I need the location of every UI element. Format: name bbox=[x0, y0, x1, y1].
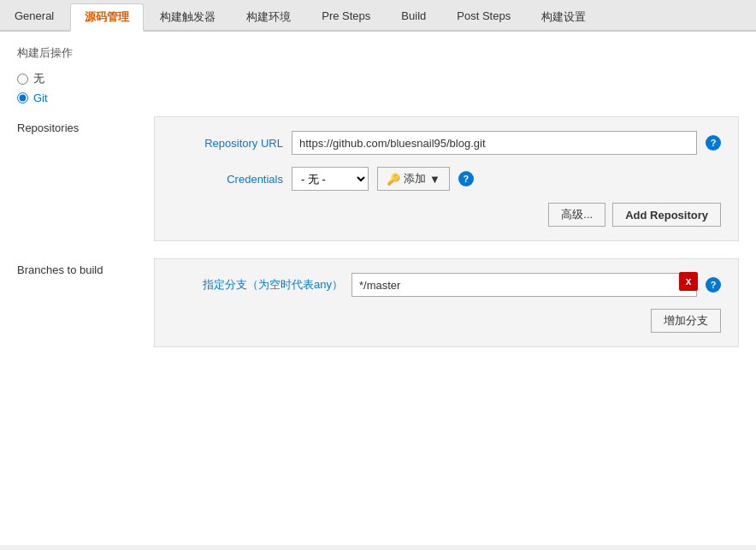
url-field-row: Repository URL ? bbox=[172, 131, 721, 155]
branch-help-icon[interactable]: ? bbox=[706, 277, 721, 293]
radio-git[interactable]: Git bbox=[17, 92, 739, 104]
radio-none[interactable]: 无 bbox=[17, 71, 739, 86]
radio-git-label: Git bbox=[33, 92, 48, 104]
tab-settings[interactable]: 构建设置 bbox=[527, 3, 600, 30]
credentials-select[interactable]: - 无 - bbox=[292, 167, 369, 191]
branches-label: Branches to build bbox=[17, 258, 154, 347]
radio-git-input[interactable] bbox=[17, 92, 28, 103]
dropdown-arrow-icon: ▼ bbox=[429, 173, 440, 186]
branch-field-row: 指定分支（为空时代表any） x ? bbox=[172, 273, 721, 297]
advanced-button[interactable]: 高级... bbox=[548, 203, 605, 227]
branches-section: Branches to build 指定分支（为空时代表any） x ? 增加分… bbox=[17, 258, 739, 347]
tab-env[interactable]: 构建环境 bbox=[232, 3, 305, 30]
repositories-buttons-row: 高级... Add Repository bbox=[172, 203, 721, 227]
source-radio-group: 无 Git bbox=[17, 71, 739, 104]
radio-none-input[interactable] bbox=[17, 74, 28, 85]
add-credentials-label: 添加 bbox=[404, 171, 426, 186]
add-credentials-button[interactable]: 🔑 添加 ▼ bbox=[377, 167, 450, 191]
url-label: Repository URL bbox=[172, 137, 283, 150]
tab-bar: General 源码管理 构建触发器 构建环境 Pre Steps Build … bbox=[0, 0, 756, 32]
branch-input[interactable] bbox=[351, 273, 697, 297]
branch-field-label: 指定分支（为空时代表any） bbox=[172, 277, 343, 293]
tab-presteps[interactable]: Pre Steps bbox=[307, 3, 385, 30]
key-icon: 🔑 bbox=[387, 173, 400, 186]
repositories-section: Repositories Repository URL ? Credential… bbox=[17, 116, 739, 241]
content-area: 构建后操作 无 Git Repositories Repository URL … bbox=[0, 32, 756, 545]
delete-branch-button[interactable]: x bbox=[679, 272, 698, 291]
url-input[interactable] bbox=[292, 131, 697, 155]
tab-poststeps[interactable]: Post Steps bbox=[442, 3, 525, 30]
tab-trigger[interactable]: 构建触发器 bbox=[145, 3, 230, 30]
tab-general[interactable]: General bbox=[0, 3, 68, 30]
credentials-label: Credentials bbox=[172, 173, 283, 186]
credentials-help-icon[interactable]: ? bbox=[458, 171, 474, 186]
url-help-icon[interactable]: ? bbox=[706, 135, 721, 151]
add-branch-button[interactable]: 增加分支 bbox=[651, 309, 721, 333]
branch-input-wrapper: x bbox=[351, 273, 697, 297]
tab-source[interactable]: 源码管理 bbox=[70, 3, 144, 32]
credentials-field-row: Credentials - 无 - 🔑 添加 ▼ ? bbox=[172, 167, 721, 191]
branches-content: 指定分支（为空时代表any） x ? 增加分支 bbox=[154, 258, 739, 347]
add-branch-row: 增加分支 bbox=[172, 309, 721, 333]
post-ops-label: 构建后操作 bbox=[17, 45, 739, 61]
radio-none-label: 无 bbox=[33, 71, 44, 86]
add-repository-button[interactable]: Add Repository bbox=[612, 203, 721, 227]
repositories-content: Repository URL ? Credentials - 无 - 🔑 添加 … bbox=[154, 116, 739, 241]
repositories-label: Repositories bbox=[17, 116, 154, 241]
tab-build[interactable]: Build bbox=[387, 3, 440, 30]
